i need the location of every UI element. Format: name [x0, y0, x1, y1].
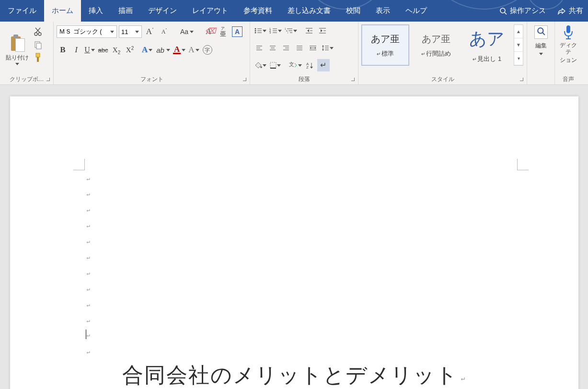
svg-point-0 [500, 8, 505, 13]
tab-draw[interactable]: 描画 [111, 0, 140, 22]
bold-button[interactable]: B [57, 44, 69, 56]
chevron-down-icon[interactable] [134, 26, 140, 37]
character-border-button[interactable]: A [231, 25, 243, 38]
dialog-launcher-font[interactable] [242, 77, 248, 83]
align-center-button[interactable] [266, 42, 279, 54]
dialog-launcher-styles[interactable] [519, 77, 525, 83]
svg-point-12 [255, 30, 256, 32]
show-hide-button[interactable]: ↵ [317, 59, 330, 71]
tell-me-search[interactable]: 操作アシス [493, 6, 553, 15]
bullets-button[interactable] [253, 24, 267, 37]
strikethrough-button[interactable]: abc [97, 44, 109, 56]
subscript-icon: X2 [113, 46, 120, 54]
grow-font-button[interactable]: A˄ [144, 25, 156, 38]
document-area[interactable]: ↵ ↵ ↵ ↵ ↵ ↵ ↵ ↵ ↵ ↵ ↵ ↵ 合同会社のメリットとデメリット↵ [0, 85, 588, 389]
style-sample: あア [469, 27, 505, 51]
superscript-button[interactable]: X2 [124, 44, 136, 56]
svg-point-14 [255, 32, 256, 34]
distributed-icon [309, 45, 317, 51]
dialog-launcher-paragraph[interactable] [350, 77, 356, 83]
group-label-paragraph: 段落 [250, 75, 358, 83]
enclose-characters-button[interactable]: 字 [201, 44, 214, 56]
style-normal[interactable]: あア亜 ↵ 標準 [361, 24, 409, 66]
dictate-button[interactable] [561, 24, 576, 41]
bold-icon: B [60, 45, 65, 55]
tab-mailings[interactable]: 差し込み文書 [280, 0, 338, 22]
font-size-combo[interactable]: 11 [119, 25, 142, 38]
clear-formatting-button[interactable]: A⌫ [202, 25, 215, 38]
svg-text:i: i [288, 31, 288, 34]
styles-scrollbar[interactable]: ▲ ▼ ▾ [514, 24, 523, 66]
expand-gallery-icon[interactable]: ▾ [514, 52, 523, 65]
numbering-button[interactable]: 123 [268, 24, 283, 37]
document-page[interactable]: ↵ ↵ ↵ ↵ ↵ ↵ ↵ ↵ ↵ ↵ ↵ ↵ 合同会社のメリットとデメリット↵ [10, 96, 578, 389]
tab-help[interactable]: ヘルプ [398, 0, 435, 22]
decrease-indent-button[interactable] [303, 24, 315, 37]
tab-layout[interactable]: レイアウト [184, 0, 236, 22]
style-sample: あア亜 [371, 33, 400, 46]
paste-button[interactable]: 貼り付け [3, 24, 32, 75]
tab-review[interactable]: 校閲 [338, 0, 368, 22]
subscript-button[interactable]: X2 [110, 44, 123, 56]
find-button[interactable] [534, 25, 548, 39]
shrink-font-icon: A˅ [161, 28, 168, 35]
justify-button[interactable] [293, 42, 306, 54]
copy-button[interactable] [32, 39, 44, 51]
justify-icon [296, 45, 303, 51]
bullets-icon [254, 27, 263, 35]
font-size-value: 11 [121, 28, 128, 35]
tab-home[interactable]: ホーム [44, 0, 81, 22]
group-label-voice: 音声 [555, 75, 582, 83]
italic-button[interactable]: I [70, 44, 82, 56]
tab-file[interactable]: ファイル [0, 0, 44, 22]
superscript-icon: X2 [126, 46, 134, 54]
distributed-button[interactable] [307, 42, 319, 54]
text-effects-button[interactable]: A [141, 44, 153, 56]
character-shading-button[interactable]: A [187, 44, 200, 56]
share-button[interactable]: 共有 [553, 6, 588, 15]
dialog-launcher-clipboard[interactable] [46, 77, 51, 83]
sort-button[interactable]: AZ [304, 59, 316, 71]
multilevel-list-button[interactable]: 1ai [284, 24, 298, 37]
borders-button[interactable] [268, 59, 282, 71]
tab-view[interactable]: 表示 [368, 0, 398, 22]
tab-insert[interactable]: 挿入 [81, 0, 111, 22]
phonetic-guide-button[interactable]: ア亜 [217, 25, 229, 38]
format-painter-button[interactable] [32, 52, 44, 65]
change-case-button[interactable]: Aa [179, 25, 195, 38]
svg-point-59 [260, 66, 262, 68]
shrink-font-button[interactable]: A˅ [158, 25, 171, 38]
tab-design[interactable]: デザイン [140, 0, 184, 22]
svg-text:↵: ↵ [320, 61, 326, 69]
scroll-up-icon[interactable]: ▲ [514, 25, 523, 38]
document-title[interactable]: 合同会社のメリットとデメリット↵ [122, 361, 466, 389]
document-title-text: 合同会社のメリットとデメリット [122, 363, 458, 387]
italic-icon: I [75, 45, 78, 55]
paragraph-mark: ↵ [87, 254, 90, 260]
pilcrow-icon: ↵ [319, 61, 328, 70]
style-heading1[interactable]: あア ↵ 見出し 1 [463, 24, 511, 66]
chevron-down-icon [149, 49, 152, 51]
chevron-down-icon[interactable] [109, 26, 115, 37]
style-no-spacing[interactable]: あア亜 ↵ 行間詰め [412, 24, 460, 66]
shading-icon [254, 61, 263, 69]
increase-indent-button[interactable] [316, 24, 329, 37]
scroll-down-icon[interactable]: ▼ [514, 38, 523, 52]
chevron-down-icon [330, 47, 334, 49]
highlight-button[interactable]: ab [154, 44, 171, 56]
svg-text:3: 3 [269, 31, 271, 34]
chevron-down-icon[interactable] [539, 53, 543, 55]
font-color-button[interactable]: A [172, 44, 186, 56]
cut-button[interactable] [32, 25, 44, 38]
line-spacing-button[interactable] [320, 42, 334, 54]
paragraph-mark: ↵ [87, 270, 90, 276]
svg-rect-8 [36, 53, 40, 57]
underline-button[interactable]: U [83, 44, 96, 56]
shading-button[interactable] [253, 59, 267, 71]
align-left-button[interactable] [253, 42, 265, 54]
tab-references[interactable]: 参考資料 [236, 0, 280, 22]
align-right-button[interactable] [280, 42, 292, 54]
text-direction-button[interactable]: 文 [288, 59, 303, 71]
svg-rect-7 [36, 43, 41, 49]
font-name-combo[interactable]: ＭＳ ゴシック ( [57, 25, 117, 38]
